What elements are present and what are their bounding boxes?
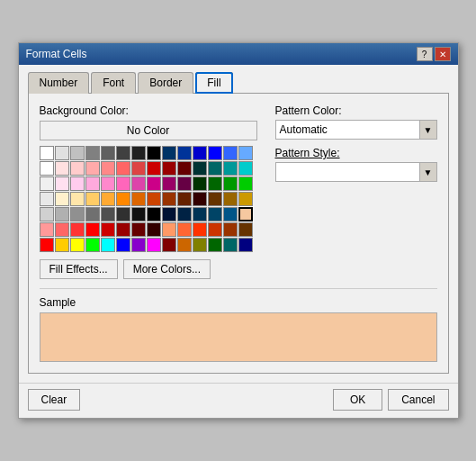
color-cell[interactable] [177,192,192,206]
color-cell[interactable] [131,192,146,206]
color-cell[interactable] [70,146,85,160]
color-cell[interactable] [85,161,100,176]
color-cell[interactable] [147,161,161,176]
color-cell[interactable] [147,222,161,237]
color-cell[interactable] [208,192,222,206]
color-cell[interactable] [131,161,146,176]
color-cell[interactable] [147,238,161,252]
color-cell[interactable] [162,192,176,206]
color-cell[interactable] [40,222,54,237]
color-cell[interactable] [193,222,207,237]
color-cell[interactable] [70,222,85,237]
color-cell[interactable] [40,176,54,191]
color-cell[interactable] [208,161,222,176]
close-button[interactable]: ✕ [435,47,451,61]
color-cell[interactable] [40,146,54,160]
color-cell[interactable] [70,238,85,252]
color-cell[interactable] [223,238,238,252]
color-cell[interactable] [131,207,146,221]
color-cell[interactable] [85,146,100,160]
color-cell[interactable] [101,222,115,237]
color-cell[interactable] [70,176,85,191]
color-cell[interactable] [55,146,69,160]
color-cell[interactable] [223,176,238,191]
color-cell[interactable] [193,146,207,160]
color-cell[interactable] [193,192,207,206]
cancel-button[interactable]: Cancel [388,389,448,411]
tab-number[interactable]: Number [28,72,90,94]
color-cell[interactable] [85,176,100,191]
color-cell[interactable] [101,192,115,206]
color-cell[interactable] [55,238,69,252]
color-cell[interactable] [70,192,85,206]
color-cell[interactable] [162,161,176,176]
color-cell[interactable] [101,176,115,191]
color-cell[interactable] [101,238,115,252]
color-cell[interactable] [208,146,222,160]
color-cell[interactable] [55,161,69,176]
color-cell[interactable] [147,192,161,206]
color-cell[interactable] [131,146,146,160]
color-cell[interactable] [147,146,161,160]
color-cell[interactable] [177,238,192,252]
color-cell[interactable] [177,146,192,160]
tab-border[interactable]: Border [138,72,193,94]
tab-font[interactable]: Font [91,72,136,94]
ok-button[interactable]: OK [333,389,382,411]
color-cell[interactable] [40,238,54,252]
color-cell[interactable] [116,176,130,191]
color-cell[interactable] [101,161,115,176]
color-cell[interactable] [101,207,115,221]
tab-fill[interactable]: Fill [195,72,232,94]
color-cell[interactable] [162,222,176,237]
color-cell[interactable] [238,222,253,237]
color-cell[interactable] [177,161,192,176]
color-cell[interactable] [238,146,253,160]
color-cell[interactable] [116,161,130,176]
color-cell[interactable] [101,146,115,160]
color-cell[interactable] [223,146,238,160]
color-cell[interactable] [55,176,69,191]
color-cell[interactable] [147,176,161,191]
fill-effects-button[interactable]: Fill Effects... [40,259,118,279]
pattern-style-arrow[interactable]: ▼ [419,162,437,182]
color-cell[interactable] [147,207,161,221]
color-cell[interactable] [40,161,54,176]
color-cell[interactable] [162,176,176,191]
no-color-button[interactable]: No Color [40,121,257,140]
color-cell[interactable] [208,207,222,221]
color-cell[interactable] [131,176,146,191]
color-cell[interactable] [131,238,146,252]
color-cell[interactable] [238,238,253,252]
color-cell[interactable] [223,192,238,206]
pattern-color-arrow[interactable]: ▼ [419,120,437,140]
clear-button[interactable]: Clear [28,389,81,411]
color-cell[interactable] [70,207,85,221]
color-cell[interactable] [177,207,192,221]
color-cell[interactable] [55,222,69,237]
color-cell[interactable] [131,222,146,237]
color-cell[interactable] [223,207,238,221]
color-cell[interactable] [162,238,176,252]
color-cell[interactable] [55,207,69,221]
color-cell[interactable] [208,222,222,237]
color-cell[interactable] [85,192,100,206]
color-cell[interactable] [177,176,192,191]
more-colors-button[interactable]: More Colors... [123,259,211,279]
color-cell[interactable] [162,146,176,160]
color-cell[interactable] [116,222,130,237]
color-cell[interactable] [85,222,100,237]
color-cell[interactable] [70,161,85,176]
color-cell[interactable] [238,192,253,206]
color-cell[interactable] [193,176,207,191]
color-cell[interactable] [193,238,207,252]
color-cell[interactable] [238,161,253,176]
color-cell[interactable] [55,192,69,206]
color-cell[interactable] [223,222,238,237]
color-cell[interactable] [40,192,54,206]
color-cell[interactable] [162,207,176,221]
pattern-color-dropdown[interactable]: Automatic ▼ [275,120,437,140]
color-cell[interactable] [116,207,130,221]
color-cell[interactable] [85,207,100,221]
color-cell[interactable] [208,238,222,252]
